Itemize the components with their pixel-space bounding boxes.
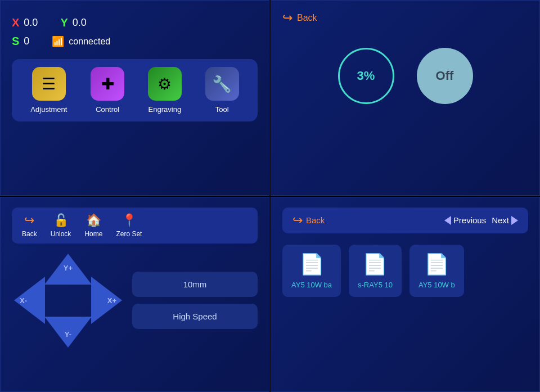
engraving-icon: ⚙ — [158, 75, 172, 93]
menu-item-control[interactable]: ✚ Control — [91, 67, 124, 114]
panel-top-left: X 0.0 Y 0.0 S 0 📶 connected ☰ Adjustment… — [0, 0, 269, 196]
tr-back-button[interactable]: ↪ Back — [282, 11, 528, 25]
menu-item-engraving[interactable]: ⚙ Engraving — [148, 67, 182, 114]
panel-top-right: ↪ Back 3% Off — [271, 0, 540, 196]
tool-icon: 🔧 — [212, 75, 232, 93]
off-label: Off — [436, 69, 454, 83]
next-label: Next — [492, 215, 509, 225]
br-back-label: Back — [306, 215, 325, 225]
off-circle-button[interactable]: Off — [417, 48, 473, 104]
panel-bottom-right: ↪ Back Previous Next 📄 AY5 10W ba 📄 s-RA… — [271, 197, 540, 393]
controls-area: Y+ Y- X- X+ 10mm High Speed — [12, 251, 258, 350]
s-label: S — [12, 35, 19, 48]
bl-back-arrow-icon: ↪ — [24, 213, 34, 228]
tool-icon-box: 🔧 — [205, 67, 239, 101]
wifi-status: connected — [69, 37, 110, 47]
control-icon-box: ✚ — [91, 67, 124, 101]
control-icon: ✚ — [101, 75, 114, 93]
menu-item-adjustment[interactable]: ☰ Adjustment — [30, 67, 67, 114]
dpad: Y+ Y- X- X+ — [12, 251, 124, 350]
files-row: 📄 AY5 10W ba 📄 s-RAY5 10 📄 AY5 10W b — [282, 245, 528, 297]
menu-item-tool[interactable]: 🔧 Tool — [205, 67, 239, 114]
br-back-button[interactable]: ↪ Back — [292, 213, 325, 228]
zero-set-label: Zero Set — [116, 230, 142, 238]
y-minus-button[interactable] — [44, 317, 92, 348]
file-icon-3: 📄 — [424, 253, 449, 276]
bl-back-label: Back — [22, 230, 37, 238]
tr-back-label: Back — [297, 13, 317, 23]
file-icon-2: 📄 — [362, 253, 388, 276]
side-buttons: 10mm High Speed — [132, 251, 258, 350]
y-coord: Y 0.0 — [60, 16, 86, 29]
unlock-label: Unlock — [51, 230, 71, 238]
engraving-label: Engraving — [148, 105, 182, 114]
tool-label: Tool — [215, 105, 229, 114]
wifi-icon: 📶 — [52, 35, 64, 48]
percent-value: 3% — [357, 69, 375, 83]
coordinates-row: X 0.0 Y 0.0 — [12, 16, 258, 29]
file-label-2: s-RAY5 10 — [358, 281, 393, 289]
prev-next-controls: Previous Next — [444, 215, 518, 225]
adjustment-icon-box: ☰ — [32, 67, 66, 101]
previous-arrow-icon — [444, 216, 451, 225]
control-label: Control — [96, 105, 119, 114]
bl-back-button[interactable]: ↪ Back — [22, 213, 37, 238]
unlock-icon: 🔓 — [53, 213, 69, 228]
x-coord: X 0.0 — [12, 16, 38, 29]
s-wifi-row: S 0 📶 connected — [12, 35, 258, 48]
file-item-1[interactable]: 📄 AY5 10W ba — [282, 245, 341, 297]
step-button[interactable]: 10mm — [132, 272, 258, 297]
panel-bottom-left: ↪ Back 🔓 Unlock 🏠 Home 📍 Zero Set Y+ Y- — [0, 197, 269, 393]
file-icon-1: 📄 — [299, 253, 325, 276]
file-item-2[interactable]: 📄 s-RAY5 10 — [349, 245, 402, 297]
y-value: 0.0 — [73, 17, 87, 29]
x-value: 0.0 — [24, 17, 38, 29]
y-plus-button[interactable] — [44, 254, 92, 285]
main-menu-row: ☰ Adjustment ✚ Control ⚙ Engraving 🔧 Too… — [12, 59, 258, 121]
zero-set-icon: 📍 — [122, 213, 137, 228]
previous-label: Previous — [453, 215, 486, 225]
file-item-3[interactable]: 📄 AY5 10W b — [410, 245, 464, 297]
unlock-button[interactable]: 🔓 Unlock — [51, 213, 71, 238]
engraving-icon-box: ⚙ — [148, 67, 182, 101]
x-label: X — [12, 16, 19, 29]
file-label-1: AY5 10W ba — [291, 281, 332, 289]
previous-button[interactable]: Previous — [444, 215, 486, 225]
zero-set-button[interactable]: 📍 Zero Set — [116, 213, 142, 238]
br-top-nav: ↪ Back Previous Next — [282, 208, 528, 233]
home-label: Home — [84, 230, 102, 238]
x-minus-button[interactable] — [14, 277, 45, 324]
adjustment-label: Adjustment — [30, 105, 67, 114]
s-coord: S 0 — [12, 35, 29, 48]
home-icon: 🏠 — [86, 213, 101, 228]
wifi-status-row: 📶 connected — [52, 35, 110, 48]
next-button[interactable]: Next — [492, 215, 518, 225]
speed-button[interactable]: High Speed — [132, 304, 258, 329]
bl-top-nav: ↪ Back 🔓 Unlock 🏠 Home 📍 Zero Set — [12, 208, 258, 244]
x-plus-button[interactable] — [91, 277, 122, 324]
file-label-3: AY5 10W b — [418, 281, 455, 289]
home-button[interactable]: 🏠 Home — [84, 213, 102, 238]
adjustment-icon: ☰ — [42, 75, 56, 93]
back-arrow-icon: ↪ — [282, 11, 292, 25]
next-arrow-icon — [511, 216, 518, 225]
y-label: Y — [60, 16, 68, 29]
circles-row: 3% Off — [282, 48, 528, 104]
s-value: 0 — [24, 35, 29, 47]
percent-circle-button[interactable]: 3% — [338, 48, 394, 104]
br-back-arrow-icon: ↪ — [292, 213, 303, 228]
